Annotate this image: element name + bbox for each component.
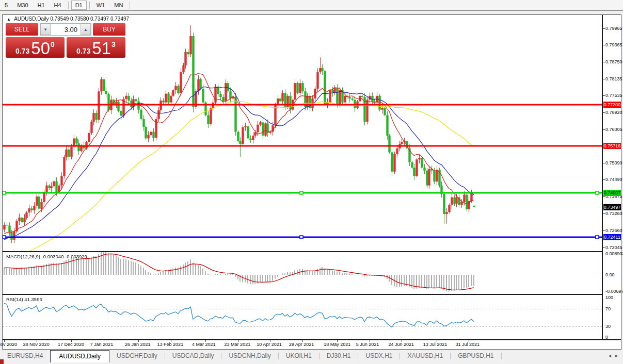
macd-axis-label: 0.00	[605, 272, 615, 277]
chart-title: ▲ AUDUSD,Daily 0.73549 0.73580 0.73497 0…	[7, 16, 129, 22]
tab-scroll-arrows: ◂▸	[609, 350, 623, 358]
price-tick-mark	[603, 45, 605, 45]
tab-scroll-left-icon[interactable]: ◂	[609, 353, 611, 358]
toolbar-separator	[89, 2, 90, 9]
date-label: 13 Jul 2021	[423, 342, 448, 347]
macd-pane-canvas[interactable]	[3, 252, 602, 294]
tab-xauusd-h1[interactable]: XAUUSD,H1	[400, 350, 450, 361]
date-label: 10 Apr 2021	[257, 342, 282, 347]
collapse-panel-icon[interactable]: ▲	[7, 17, 11, 22]
price-line-label: 0.73497	[603, 204, 621, 210]
timeframe-button-mn[interactable]: MN	[110, 1, 127, 10]
macd-axis-label: -0.00697	[605, 289, 623, 294]
sell-price-prefix: 0.73	[15, 47, 29, 55]
sell-button[interactable]: SELL	[6, 23, 38, 36]
tab-separator	[501, 353, 502, 359]
price-tick-label: 0.79965	[605, 26, 622, 31]
price-tick-mark	[603, 79, 605, 79]
price-tick-mark	[603, 230, 605, 231]
date-label: 5 Jun 2021	[356, 342, 379, 347]
timeframe-button-h1[interactable]: H1	[34, 1, 49, 10]
macd-indicator-label: MACD(12,26,9) -0.003040 -0.003929	[6, 254, 87, 259]
date-label: 13 Feb 2021	[157, 342, 184, 347]
date-label: 17 Dec 2020	[58, 342, 84, 347]
date-label: 31 Jul 2021	[455, 342, 480, 347]
volume-increase-button[interactable]: ▲	[81, 24, 91, 35]
tab-ukoil-h1[interactable]: UKOil,H1	[279, 350, 319, 361]
timeframe-button-d1[interactable]: D1	[71, 1, 87, 10]
timeframe-button-h4[interactable]: H4	[50, 1, 66, 10]
statusbar-fragment	[0, 359, 4, 364]
price-tick-mark	[603, 213, 605, 214]
date-label: 24 Jun 2021	[388, 342, 414, 347]
macd-axis-label: 0.008903	[605, 251, 623, 256]
price-tick-mark	[603, 95, 605, 96]
rsi-pane-canvas[interactable]	[3, 295, 602, 339]
rsi-axis-label: 30	[605, 324, 611, 329]
price-tick-mark	[603, 196, 605, 197]
timeframe-button-m30[interactable]: M30	[13, 1, 32, 10]
tab-usdx-h1[interactable]: USDX,H1	[358, 350, 400, 361]
tab-eurusd-h4[interactable]: EURUSD,H4	[0, 350, 50, 361]
price-tick-mark	[603, 112, 605, 113]
rsi-axis-label: 100	[605, 295, 613, 300]
date-label: 10 Nov 2020	[0, 342, 17, 347]
timeframe-button-5[interactable]: 5	[1, 1, 12, 10]
sell-price-box[interactable]: 0.73 50 0	[6, 37, 65, 58]
date-label: 4 Mar 2021	[192, 342, 216, 347]
price-tick-label: 0.79365	[605, 42, 622, 47]
price-tick-label: 0.78135	[605, 76, 622, 81]
price-tick-label: 0.76305	[605, 127, 622, 132]
volume-decrease-button[interactable]: ▼	[40, 24, 51, 35]
timeframe-toolbar: 5M30H1H4D1W1MN	[0, 0, 623, 11]
price-tick-mark	[603, 247, 605, 248]
date-label: 26 Jan 2021	[125, 342, 151, 347]
chevron-down-icon: ▼	[43, 27, 47, 32]
one-click-trade-panel: SELL ▼ ▲ BUY 0.73 50 0	[6, 23, 125, 58]
tab-usdcnh-daily[interactable]: USDCNH,Daily	[221, 350, 278, 361]
timeframe-button-w1[interactable]: W1	[92, 1, 109, 10]
buy-button[interactable]: BUY	[93, 23, 125, 36]
date-label: 28 Nov 2020	[23, 342, 50, 347]
price-tick-mark	[603, 129, 605, 130]
price-tick-mark	[603, 28, 605, 29]
price-tick-label: 0.74490	[605, 177, 622, 182]
price-line-label: 0.75716	[603, 143, 621, 149]
price-tick-label: 0.72045	[605, 245, 622, 250]
date-label: 23 Mar 2021	[225, 342, 251, 347]
price-line-label: 0.74007	[603, 190, 621, 196]
tab-audusd-daily[interactable]: AUDUSD,Daily	[50, 350, 109, 362]
price-tick-mark	[603, 179, 605, 180]
price-tick-label: 0.76920	[605, 110, 622, 115]
date-axis: 10 Nov 202028 Nov 202017 Dec 20207 Jan 2…	[3, 340, 602, 349]
chart-window: ▲ AUDUSD,Daily 0.73549 0.73580 0.73497 0…	[2, 14, 621, 350]
date-label: 7 Jan 2021	[90, 342, 114, 347]
price-tick-label: 0.72660	[605, 228, 622, 233]
symbol-tab-bar: EURUSD,H4AUDUSD,DailyUSDCHF,DailyUSDCAD,…	[0, 350, 623, 364]
price-tick-label: 0.75090	[605, 160, 622, 166]
buy-price-box[interactable]: 0.73 51 3	[67, 37, 125, 58]
tab-dj30-h1[interactable]: DJ30,H1	[320, 350, 358, 361]
date-label: 29 Apr 2021	[289, 342, 314, 347]
tab-usdcad-daily[interactable]: USDCAD,Daily	[165, 350, 221, 361]
buy-price-sup: 3	[111, 40, 116, 48]
sell-price-sup: 0	[51, 40, 55, 48]
trading-platform-window: 5M30H1H4D1W1MN ▲ AUDUSD,Daily 0.73549 0.…	[0, 0, 623, 364]
rsi-axis-label: 70	[605, 306, 611, 311]
toolbar-separator	[68, 2, 69, 9]
toolbar-separator	[130, 2, 130, 9]
tab-scroll-right-icon[interactable]: ▸	[615, 353, 618, 358]
tab-usdchf-daily[interactable]: USDCHF,Daily	[109, 350, 165, 361]
rsi-indicator-label: RSI(14) 41.3596	[6, 296, 42, 302]
price-axis: 0.799650.793650.787500.781350.775350.769…	[602, 15, 621, 339]
chart-symbol-period: AUDUSD,Daily	[14, 16, 49, 22]
volume-input[interactable]	[51, 24, 81, 35]
tab-gbpusd-h1[interactable]: GBPUSD,H1	[451, 350, 501, 361]
buy-price-prefix: 0.73	[76, 47, 90, 55]
sell-price-big: 50	[31, 40, 50, 57]
volume-stepper: ▼ ▲	[40, 23, 91, 36]
buy-price-big: 51	[92, 40, 111, 57]
price-tick-mark	[603, 62, 605, 62]
date-label: 18 May 2021	[324, 342, 350, 347]
price-line-label: 0.72411	[603, 234, 621, 240]
